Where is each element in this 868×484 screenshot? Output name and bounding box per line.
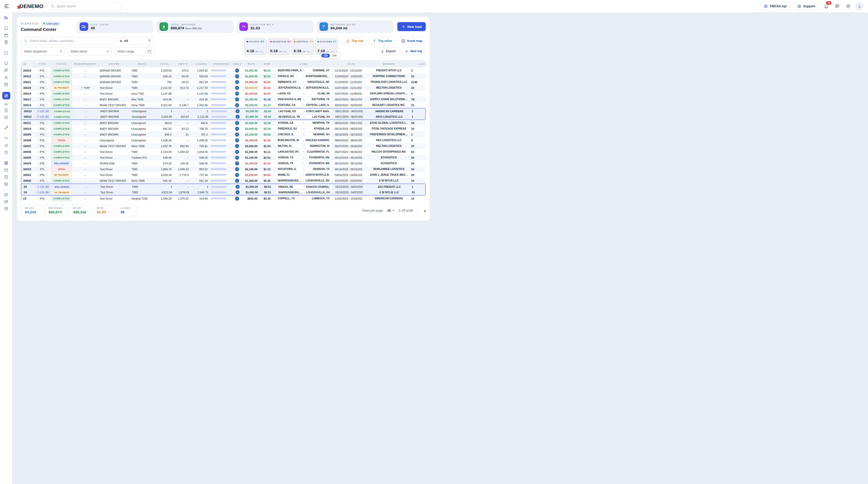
docs-check-icon[interactable] bbox=[235, 103, 239, 107]
load-lane[interactable]: LANCASTER, PA›CLEARWATER, FL bbox=[274, 150, 334, 154]
docs-check-icon[interactable] bbox=[235, 156, 239, 160]
load-lane[interactable]: MIAMI, FL›NORTH MYRTLE B… bbox=[274, 173, 334, 177]
load-lane[interactable]: ENFIELD, NC›SPARTANSBURG, … bbox=[274, 74, 334, 78]
table-row[interactable]: 30006FTLCOMPLETED—Test DriverT6802,153.0… bbox=[21, 149, 426, 155]
table-row[interactable]: 30021FTLCOMPLETED—ADRIAN DRIVERT68070543… bbox=[21, 79, 426, 85]
table-row[interactable]: 30017FTLCOMPLETED—ANDY BROWNMax T690419.… bbox=[21, 96, 426, 102]
column-header-rpm[interactable]: RPM bbox=[260, 62, 274, 66]
sidebar-clock-icon[interactable] bbox=[2, 149, 10, 156]
docs-check-icon[interactable] bbox=[236, 109, 240, 113]
load-lane[interactable]: ATHENS, GA›MEMPHIS, TN bbox=[274, 121, 334, 125]
table-row[interactable]: 30010FTLCOMPLETED—ANDY BROWNUnassigned84… bbox=[21, 126, 426, 132]
docs-check-icon[interactable] bbox=[235, 80, 239, 84]
load-lane[interactable]: LACYGNE, KS›CORTLANDT MAN… bbox=[274, 109, 334, 113]
sidebar-checklist-icon[interactable] bbox=[2, 114, 10, 121]
load-lane[interactable]: SEVIERVILLE, TN›LACYGNE, KS bbox=[274, 115, 334, 119]
sidebar-sync-icon[interactable] bbox=[2, 192, 10, 198]
load-lane[interactable]: EMINENCE, KY›KNIGHTDALE, NC bbox=[274, 80, 334, 84]
column-header-progress[interactable]: PROGRESS bbox=[211, 62, 232, 66]
table-row[interactable]: 30014FTLCOMPLETED—MIHAI TEST DRIVERDima … bbox=[21, 102, 426, 108]
docs-check-icon[interactable] bbox=[235, 133, 239, 136]
column-header-type[interactable]: TYPE bbox=[34, 62, 51, 66]
load-lane[interactable]: BEDFORD PARK, IL›CORINNE, UT bbox=[274, 68, 334, 72]
new-trip-button[interactable]: New trip bbox=[401, 47, 426, 55]
table-search[interactable] bbox=[21, 37, 114, 45]
status-filter-select[interactable]: All bbox=[117, 37, 154, 45]
sidebar-gauge-icon[interactable] bbox=[2, 135, 10, 141]
column-header-docs[interactable]: DOCS bbox=[232, 62, 242, 66]
table-row[interactable]: 30002FTLIN TRANSIT—Test DriverT6803,508.… bbox=[21, 172, 426, 178]
load-lane[interactable]: JOSHUA, TX›FOXWORTH, MS bbox=[274, 156, 334, 160]
sidebar-database-icon[interactable] bbox=[2, 81, 10, 88]
column-header-rate[interactable]: RATE bbox=[242, 62, 260, 66]
sidebar-wrench-icon[interactable] bbox=[2, 125, 10, 131]
load-lane[interactable]: WARRENSBURG, …›LOUDONVILLE, OH bbox=[274, 179, 334, 183]
table-row[interactable]: 30011FTLCOMPLETED—ANDY BROWNUnassigned44… bbox=[21, 120, 426, 126]
docs-check-icon[interactable] bbox=[235, 138, 239, 142]
load-lane[interactable]: LAKIN, KS›ELSIE, MI bbox=[274, 92, 334, 96]
time-format-toggle[interactable]: 12h 24h bbox=[321, 53, 339, 58]
docs-check-icon[interactable] bbox=[235, 197, 239, 201]
asset-map-button[interactable]: Asset map bbox=[398, 37, 426, 45]
next-page-button[interactable]: › bbox=[424, 208, 426, 213]
docs-check-icon[interactable] bbox=[235, 150, 239, 154]
export-button[interactable]: Export bbox=[377, 47, 399, 55]
table-row[interactable]: 30004FTLDELIVERED—DORIN ENET680674.32126… bbox=[21, 160, 426, 166]
docs-check-icon[interactable] bbox=[235, 86, 239, 90]
table-row[interactable]: 30020FTLIN TRANSITTARPTest DriverT6802,1… bbox=[21, 85, 426, 91]
column-header-truck[interactable]: TRUCK bbox=[130, 62, 154, 66]
load-lane[interactable]: PASCAGOULA, MS›BAYTOWN, TX bbox=[274, 97, 334, 101]
column-header-driver[interactable]: DRIVER bbox=[98, 62, 130, 66]
sidebar-server-icon[interactable] bbox=[2, 181, 10, 187]
docs-check-icon[interactable] bbox=[235, 127, 239, 131]
sidebar-wallet-icon[interactable] bbox=[2, 199, 10, 205]
column-header-id[interactable]: ID bbox=[21, 62, 34, 66]
docs-check-icon[interactable] bbox=[236, 185, 240, 189]
column-header-loaded[interactable]: LOADED bbox=[192, 62, 211, 66]
sidebar-chart-icon[interactable] bbox=[2, 100, 10, 106]
table-row[interactable]: 30023FTLCOMPLETED—ADRIAN DRIVERT6802,033… bbox=[21, 67, 426, 73]
column-header-total[interactable]: TOTAL bbox=[154, 62, 175, 66]
sidebar-calendar-icon[interactable] bbox=[2, 32, 10, 38]
sidebar-archive-icon[interactable] bbox=[2, 205, 10, 212]
new-load-button[interactable]: New load bbox=[397, 22, 426, 31]
docs-check-icon[interactable] bbox=[236, 190, 240, 194]
table-row[interactable]: 25LTL 1/2DELIVERED—Test DriverT6801--1$1… bbox=[21, 184, 425, 190]
column-header-broker[interactable]: BROKER bbox=[369, 62, 409, 66]
sidebar-folder-icon[interactable] bbox=[2, 50, 10, 56]
sidebar-kanban-icon[interactable] bbox=[2, 92, 10, 99]
table-row[interactable]: 30009FTLCOMPLETED—ANDY BROWNUnassigned80… bbox=[21, 132, 426, 137]
load-lane[interactable]: FREEHOLD, NJ›ATHENS, GA bbox=[274, 127, 334, 131]
load-lane[interactable]: CHICAGO, IL›NEWARK, NJ bbox=[274, 133, 334, 136]
docs-check-icon[interactable] bbox=[235, 68, 239, 72]
table-row[interactable]: 30008FTLOPEN—UnassignedUnassigned1,438.2… bbox=[21, 137, 426, 143]
docs-check-icon[interactable] bbox=[235, 97, 239, 101]
docs-check-icon[interactable] bbox=[236, 115, 240, 119]
load-lane[interactable]: BURLINGTON, IA›HIALEAH GARDEN… bbox=[274, 138, 334, 142]
docs-check-icon[interactable] bbox=[235, 173, 239, 177]
trip-miles-button[interactable]: Trip miles bbox=[369, 37, 396, 45]
load-lane[interactable]: OMAHA, NE›RANCHO DOMING… bbox=[274, 185, 334, 189]
load-lane[interactable]: JOSHUA, TX›FOXWORTH, MS bbox=[274, 161, 334, 165]
sidebar-clipboard-icon[interactable] bbox=[2, 39, 10, 45]
load-lane[interactable]: JEFFERSONVILLE,…›JEFFERSONVILLE,… bbox=[274, 86, 334, 90]
table-row[interactable]: 30012LTL 2/2COMPLETED—ANDY BROWNUnassign… bbox=[21, 114, 425, 120]
sidebar-document-icon[interactable] bbox=[2, 107, 10, 114]
sidebar-tablet-icon[interactable] bbox=[2, 25, 10, 31]
rows-per-page-select[interactable]: 25 bbox=[388, 209, 395, 213]
column-header-load[interactable]: LOAD bbox=[409, 62, 426, 66]
sidebar-monitor-icon[interactable] bbox=[2, 60, 10, 67]
column-header-date[interactable]: DATE bbox=[334, 62, 369, 66]
sidebar-calculator-icon[interactable] bbox=[2, 174, 10, 180]
table-row[interactable]: 30007FTLCOMPLETED—MIHAI TEST DRIVERDima … bbox=[21, 143, 426, 149]
sidebar-list-icon[interactable] bbox=[2, 142, 10, 149]
load-lane[interactable]: MILTON, FL›REMINGTON, IN bbox=[274, 144, 334, 148]
docs-check-icon[interactable] bbox=[235, 121, 239, 125]
driver-select[interactable]: Select driver bbox=[68, 47, 112, 56]
date-range-select[interactable]: Select range bbox=[114, 47, 154, 56]
column-header-status[interactable]: STATUS bbox=[51, 62, 72, 66]
dispatcher-select[interactable]: Select dispatcher bbox=[21, 47, 65, 56]
sidebar-card-icon[interactable] bbox=[2, 167, 10, 173]
sidebar-truck-icon[interactable] bbox=[2, 14, 10, 21]
load-lane[interactable]: ROCKFORD, IL›DENISON, TX bbox=[274, 167, 334, 171]
